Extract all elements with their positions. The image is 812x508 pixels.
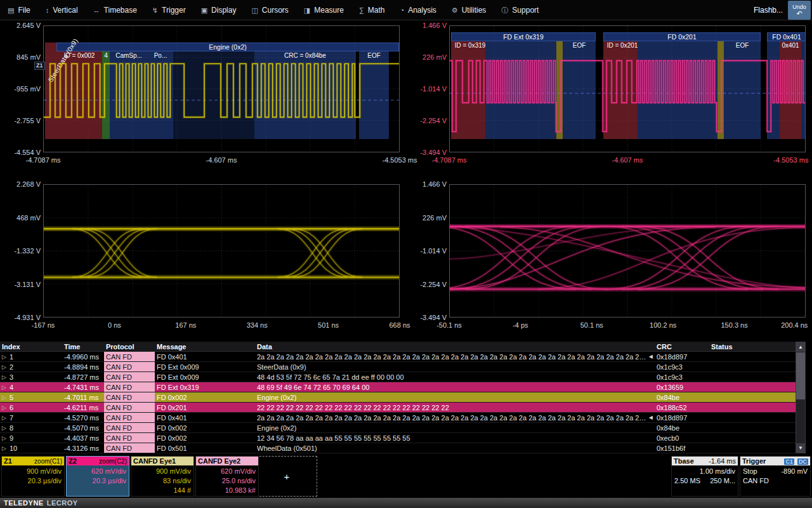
menu-item-cursors[interactable]: ◫Cursors [244, 0, 296, 20]
expand-row-icon[interactable]: ▷ [2, 394, 6, 401]
y-axis-label: -2.254 V [420, 281, 447, 288]
scrollbar-thumb[interactable] [796, 352, 805, 399]
menu-item-utilities[interactable]: ⚙Utilities [444, 0, 494, 20]
table-row[interactable]: ▷2-4.8894 msCAN FDFD Ext 0x009SteerData … [0, 362, 796, 372]
expand-row-icon[interactable]: ▷ [2, 425, 6, 431]
flashback-button[interactable]: Flashb... [754, 0, 783, 20]
expand-row-icon[interactable]: ▷ [2, 364, 6, 370]
cell-message: FD 0x002 [155, 423, 255, 432]
y-axis-label: -4.931 V [14, 314, 41, 321]
timebase-body: 1.00 ms/div 2.50 MS 250 M... [672, 465, 738, 487]
y-axis-label: 845 mV [16, 53, 41, 61]
expand-row-icon[interactable]: ▷ [2, 354, 6, 360]
trace-setting: 620 mV/div [91, 467, 126, 476]
trigger-mode: CAN FD [743, 476, 808, 486]
expand-row-icon[interactable]: ▷ [2, 404, 6, 411]
expand-row-icon[interactable]: ▷ [2, 374, 6, 380]
column-header-time[interactable]: Time [62, 342, 104, 351]
expand-row-icon[interactable]: ▷ [2, 445, 6, 451]
table-row[interactable]: ▷1-4.9960 msCAN FDFD 0x4012a 2a 2a 2a 2a… [0, 352, 796, 362]
trigger-level: -890 mV [781, 467, 808, 476]
table-row[interactable]: ▷8-4.5070 msCAN FDFD 0x002Engine (0x2)0x… [0, 423, 796, 433]
y-axis-label: 226 mV [422, 214, 447, 222]
table-row[interactable]: ▷3-4.8727 msCAN FDFD Ext 0x00948 4d 53 5… [0, 372, 796, 382]
timebase-descriptor[interactable]: Tbase -1.64 ms 1.00 ms/div 2.50 MS 250 M… [671, 456, 738, 497]
trace-descriptor-canfd-eye1[interactable]: CANFD Eye1900 mV/div83 ns/div144 # [131, 456, 194, 497]
menu-item-display[interactable]: ▣Display [193, 0, 244, 20]
data-bytes: 48 69 5f 49 6e 74 72 65 70 69 64 00 [257, 384, 653, 391]
table-row[interactable]: ▷7-4.5270 msCAN FDFD 0x4012a 2a 2a 2a 2a… [0, 413, 796, 423]
trace-descriptor-z1[interactable]: Z1zoom(C1)900 mV/div20.3 µs/div [1, 456, 65, 497]
column-header-data[interactable]: Data [255, 342, 655, 351]
x-axis-label: -4.7087 ms [431, 156, 466, 164]
menu-item-file[interactable]: ▤File [0, 0, 38, 20]
trace-descriptor-z2[interactable]: Z2zoom(C2)620 mV/div20.3 µs/div [66, 456, 129, 497]
cell-index: ▷5 [0, 392, 62, 402]
cell-index: ▷10 [0, 443, 62, 453]
menu-item-support[interactable]: ⓘSupport [494, 0, 546, 20]
menu-item-timebase[interactable]: ↔Timebase [86, 0, 145, 20]
trigger-descriptor[interactable]: Trigger C1 DC Stop -890 mV CAN FD [740, 456, 811, 497]
cell-message: FD 0x002 [155, 433, 255, 443]
column-header-message[interactable]: Message [155, 342, 255, 351]
grid-canfd-eye1[interactable] [43, 184, 400, 318]
table-row[interactable]: ▷4-4.7431 msCAN FDFD Ext 0x31948 69 5f 4… [0, 382, 796, 392]
add-trace-button[interactable]: + [256, 456, 317, 497]
row-index: 4 [10, 384, 13, 391]
expand-row-icon[interactable]: ▷ [2, 435, 6, 441]
cell-time: -4.9960 ms [62, 352, 104, 361]
undo-button[interactable]: Undo ↶ [788, 1, 811, 20]
cell-data: 2a 2a 2a 2a 2a 2a 2a 2a 2a 2a 2a 2a 2a 2… [255, 352, 655, 361]
trace-setting: 900 mV/div [27, 467, 62, 476]
x-axis-label: 0 ns [108, 321, 121, 329]
undo-label: Undo [792, 4, 806, 10]
eye2-y-axis: 1.466 V226 mV-1.014 V-2.254 V-3.494 V [407, 184, 447, 318]
column-header-protocol[interactable]: Protocol [104, 342, 155, 351]
table-row[interactable]: ▷10-4.3126 msCAN FDFD 0x501WheelData (0x… [0, 443, 796, 453]
file-icon: ▤ [8, 6, 14, 15]
grid-z1-zoom-c1[interactable]: Engine (0x2) ID = 0x002 4 CamSp... Po...… [43, 25, 400, 152]
data-bytes: SteerData (0x9) [257, 363, 653, 371]
menu-item-analysis[interactable]: ◔Analysis [392, 0, 443, 20]
menu-item-trigger[interactable]: ↯Trigger [145, 0, 193, 20]
table-scrollbar[interactable]: ▲ ▼ [796, 342, 806, 453]
cell-crc: 0x188c52 [655, 403, 709, 412]
menu-item-math[interactable]: ∑Math [351, 0, 393, 20]
table-row[interactable]: ▷6-4.6211 msCAN FDFD 0x20122 22 22 22 22… [0, 403, 796, 413]
eye2-x-axis: -50.1 ns-4 ps50.1 ns100.2 ns150.3 ns200.… [449, 321, 806, 330]
table-row[interactable]: ▷5-4.7011 msCAN FDFD 0x002Engine (0x2)0x… [0, 392, 796, 403]
expand-row-icon[interactable]: ▷ [2, 415, 6, 421]
cell-crc: 0xecb0 [655, 433, 709, 443]
row-index: 7 [10, 414, 13, 422]
y-axis-label: -2.755 V [14, 117, 41, 124]
grid-canfd-eye2[interactable] [449, 184, 806, 318]
menu-item-label: Measure [314, 6, 344, 15]
column-header-status[interactable]: Status [709, 342, 796, 351]
cell-index: ▷7 [0, 413, 62, 422]
cell-message: FD Ext 0x319 [155, 382, 255, 392]
timebase-samples: 2.50 MS [674, 476, 700, 486]
scroll-up-button[interactable]: ▲ [796, 342, 805, 352]
x-axis-label: 334 ns [247, 321, 268, 329]
table-row[interactable]: ▷9-4.4037 msCAN FDFD 0x00212 34 56 78 aa… [0, 433, 796, 443]
menu-item-vertical[interactable]: ↕Vertical [38, 0, 86, 20]
cell-status [709, 362, 796, 371]
cell-crc: 0x1c9c3 [655, 362, 709, 371]
cell-status [709, 443, 796, 453]
menu-item-measure[interactable]: ◨Measure [296, 0, 351, 20]
trace-descriptor-canfd-eye2[interactable]: CANFD Eye2620 mV/div25.0 ns/div10.983 k# [195, 456, 259, 497]
cell-status [709, 392, 796, 402]
column-header-crc[interactable]: CRC [655, 342, 709, 351]
x-axis-label: -4 ps [513, 321, 528, 329]
y-axis-label: -1.014 V [420, 85, 447, 93]
cell-protocol: CAN FD [104, 403, 155, 412]
expand-row-icon[interactable]: ▷ [2, 384, 6, 391]
column-header-index[interactable]: Index [0, 342, 62, 351]
row-index: 5 [10, 394, 13, 401]
grid-z2-zoom-c2[interactable]: FD Ext 0x319 ID = 0x319 EOF FD 0x201 ID … [449, 25, 806, 152]
trace-setting: 25.0 ns/div [222, 476, 256, 486]
trigger-badges: C1 DC [783, 457, 808, 465]
cell-message: FD Ext 0x009 [155, 362, 255, 371]
scroll-down-button[interactable]: ▼ [796, 443, 805, 453]
menu-item-label: Trigger [162, 6, 186, 15]
